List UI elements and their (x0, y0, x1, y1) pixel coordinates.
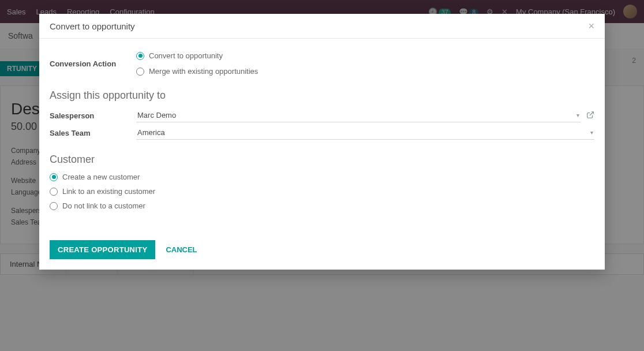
radio-nolink-customer[interactable]: Do not link to a customer (50, 201, 594, 210)
customer-section-title: Customer (50, 154, 594, 166)
radio-icon (50, 188, 58, 196)
conversion-label: Conversion Action (50, 59, 136, 68)
close-icon[interactable]: × (588, 21, 594, 31)
salesperson-label: Salesperson (50, 111, 136, 120)
radio-convert-label: Convert to opportunity (149, 51, 223, 60)
radio-create-customer[interactable]: Create a new customer (50, 173, 594, 181)
salesteam-value: America (137, 128, 165, 137)
chevron-down-icon: ▾ (590, 129, 593, 136)
salesperson-value: Marc Demo (137, 111, 176, 120)
radio-icon (50, 173, 58, 181)
radio-merge[interactable]: Merge with existing opportunities (136, 67, 258, 76)
radio-nolink-label: Do not link to a customer (62, 201, 145, 210)
radio-icon (136, 68, 144, 76)
radio-create-label: Create a new customer (62, 173, 140, 181)
convert-modal: Convert to opportunity × Conversion Acti… (39, 14, 605, 270)
chevron-down-icon: ▾ (576, 112, 579, 118)
cancel-button[interactable]: CANCEL (166, 245, 197, 254)
modal-title: Convert to opportunity (50, 21, 135, 31)
radio-icon (50, 202, 58, 210)
radio-icon (136, 52, 144, 60)
salesteam-label: Sales Team (50, 129, 136, 137)
salesperson-select[interactable]: Marc Demo ▾ (136, 109, 581, 122)
assign-section-title: Assign this opportunity to (50, 89, 594, 102)
radio-merge-label: Merge with existing opportunities (149, 67, 258, 76)
radio-link-label: Link to an existing customer (62, 187, 155, 196)
svg-line-0 (590, 111, 593, 115)
salesteam-select[interactable]: America ▾ (136, 126, 594, 140)
radio-link-customer[interactable]: Link to an existing customer (50, 187, 594, 196)
create-opportunity-button[interactable]: CREATE OPPORTUNITY (50, 240, 155, 259)
radio-convert[interactable]: Convert to opportunity (136, 51, 258, 60)
external-link-icon[interactable] (586, 111, 594, 121)
